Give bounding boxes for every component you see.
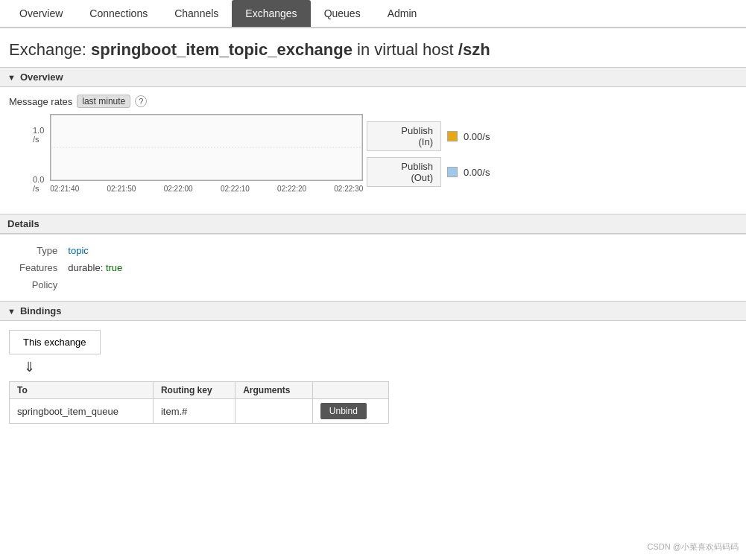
top-navigation: Overview Connections Channels Exchanges … — [0, 0, 746, 28]
legend-label-publish-in: Publish(In) — [367, 121, 441, 151]
nav-overview[interactable]: Overview — [6, 0, 76, 27]
details-key-policy: Policy — [16, 276, 65, 293]
nav-admin[interactable]: Admin — [374, 0, 431, 27]
binding-routing-key: item.# — [153, 399, 235, 424]
details-key-type: Type — [16, 242, 65, 259]
legend-label-publish-out: Publish(Out) — [367, 157, 441, 187]
legend-value-publish-out: 0.00/s — [464, 167, 490, 178]
x-label-4: 02:22:20 — [277, 185, 306, 193]
bindings-content: This exchange ⇓ To Routing key Arguments… — [0, 321, 746, 433]
message-rates-badge[interactable]: last minute — [77, 95, 130, 108]
binding-unbind-cell: Unbind — [312, 399, 388, 424]
nav-connections[interactable]: Connections — [76, 0, 161, 27]
col-routing-key: Routing key — [153, 382, 235, 399]
chart-legend: Publish(In) 0.00/s Publish(Out) 0.00/s — [367, 121, 490, 187]
chart-y-top: 1.0 /s — [33, 126, 44, 144]
details-value-policy — [65, 276, 131, 293]
message-rates-row: Message rates last minute ? — [9, 95, 737, 108]
x-label-1: 02:21:50 — [107, 185, 136, 193]
chart-y-bottom: 0.0 /s — [33, 175, 44, 193]
legend-item-publish-out: Publish(Out) 0.00/s — [367, 157, 490, 187]
x-label-2: 02:22:00 — [164, 185, 193, 193]
page-title: Exchange: springboot_item_topic_exchange… — [0, 28, 746, 67]
binding-to: springboot_item_queue — [10, 399, 154, 424]
legend-color-publish-out — [447, 167, 458, 177]
this-exchange-button[interactable]: This exchange — [9, 330, 101, 354]
overview-section-header[interactable]: ▼ Overview — [0, 67, 746, 87]
details-row-type: Type topic — [16, 242, 131, 259]
details-table: Type topic Features durable: true Policy — [16, 242, 131, 293]
details-value-features: durable: true — [65, 259, 131, 276]
bindings-table-header: To Routing key Arguments — [10, 382, 389, 399]
unbind-button[interactable]: Unbind — [320, 403, 367, 419]
vhost-name: /szh — [458, 40, 490, 59]
details-section-header[interactable]: Details — [0, 214, 746, 234]
bindings-section-label: Bindings — [20, 305, 62, 316]
details-row-features: Features durable: true — [16, 259, 131, 276]
col-arguments: Arguments — [236, 382, 313, 399]
chart-row: 1.0 /s 0.0 /s 02:21:40 02:21:50 02:22:00… — [9, 114, 737, 193]
chart-container: 1.0 /s 0.0 /s 02:21:40 02:21:50 02:22:00… — [9, 114, 352, 193]
title-suffix: in virtual host — [357, 40, 454, 59]
overview-collapse-arrow: ▼ — [7, 73, 16, 82]
bindings-section-header[interactable]: ▼ Bindings — [0, 301, 746, 321]
overview-section-label: Overview — [20, 71, 63, 83]
nav-queues[interactable]: Queues — [311, 0, 374, 27]
details-content: Type topic Features durable: true Policy — [0, 234, 746, 301]
details-row-policy: Policy — [16, 276, 131, 293]
chart-x-labels: 02:21:40 02:21:50 02:22:00 02:22:10 02:2… — [50, 185, 363, 193]
legend-color-publish-in — [447, 131, 458, 141]
legend-value-publish-in: 0.00/s — [464, 131, 490, 142]
down-arrow-icon: ⇓ — [24, 359, 737, 375]
overview-content: Message rates last minute ? 1.0 /s 0.0 /… — [0, 87, 746, 208]
nav-exchanges[interactable]: Exchanges — [232, 0, 310, 27]
bindings-table: To Routing key Arguments springboot_item… — [9, 381, 389, 424]
title-prefix: Exchange: — [9, 40, 86, 59]
legend-item-publish-in: Publish(In) 0.00/s — [367, 121, 490, 151]
details-key-features: Features — [16, 259, 65, 276]
nav-channels[interactable]: Channels — [161, 0, 232, 27]
chart-wrapper: 1.0 /s 0.0 /s 02:21:40 02:21:50 02:22:00… — [33, 114, 352, 193]
bindings-collapse-arrow: ▼ — [7, 307, 16, 316]
col-to: To — [10, 382, 154, 399]
x-label-5: 02:22:30 — [334, 185, 363, 193]
help-icon[interactable]: ? — [135, 95, 147, 107]
x-label-3: 02:22:10 — [221, 185, 250, 193]
col-action — [312, 382, 388, 399]
table-row: springboot_item_queue item.# Unbind — [10, 399, 389, 424]
exchange-name: springboot_item_topic_exchange — [91, 40, 353, 59]
message-rate-chart — [50, 114, 363, 181]
x-label-0: 02:21:40 — [50, 185, 79, 193]
details-value-type: topic — [65, 242, 131, 259]
message-rates-text: Message rates — [9, 96, 72, 107]
binding-arguments — [236, 399, 313, 424]
details-section-label: Details — [7, 218, 39, 229]
